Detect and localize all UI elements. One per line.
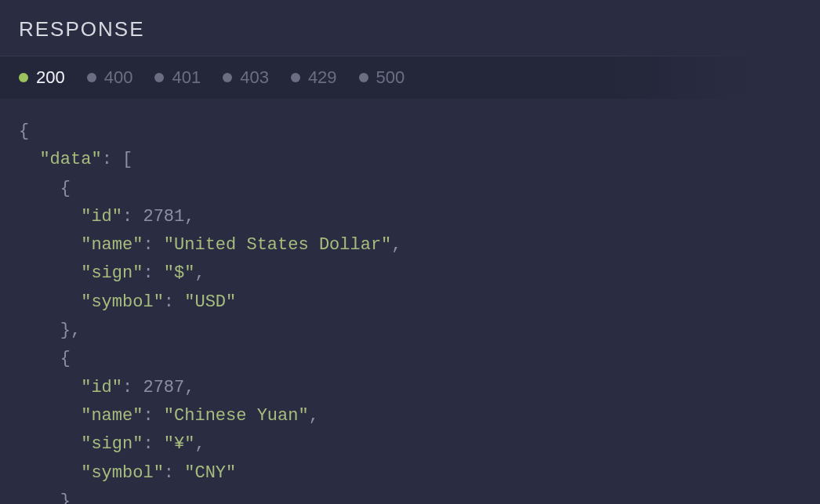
code-colon: :	[164, 463, 184, 483]
status-tab-429[interactable]: 429	[291, 67, 337, 88]
code-colon: :	[102, 150, 122, 169]
code-brace: }	[60, 491, 71, 504]
code-number: 2787	[143, 378, 184, 397]
status-tabs: 200 400 401 403 429 500	[0, 56, 820, 99]
status-tab-label: 403	[240, 67, 269, 88]
code-brace: {	[60, 179, 71, 198]
code-brace: {	[19, 121, 29, 141]
code-comma: ,	[309, 406, 319, 426]
code-string: "$"	[164, 263, 195, 283]
status-dot-icon	[19, 73, 28, 82]
code-colon: :	[122, 207, 143, 227]
status-dot-icon	[87, 73, 96, 82]
status-tab-400[interactable]: 400	[87, 67, 133, 88]
code-number: 2781	[143, 207, 184, 227]
code-colon: :	[143, 235, 163, 255]
status-tab-label: 400	[104, 67, 133, 88]
code-comma: ,	[184, 378, 194, 397]
status-tab-200[interactable]: 200	[19, 67, 65, 88]
code-string: "CNY"	[184, 463, 236, 483]
status-tab-500[interactable]: 500	[359, 67, 405, 88]
response-body[interactable]: { "data": [ { "id": 2781, "name": "Unite…	[0, 99, 820, 504]
code-colon: :	[122, 378, 143, 397]
code-string: "USD"	[184, 292, 236, 312]
status-dot-icon	[223, 73, 232, 82]
code-key: "data"	[39, 150, 101, 169]
status-dot-icon	[291, 73, 300, 82]
status-dot-icon	[359, 73, 368, 82]
code-key: "name"	[81, 406, 143, 426]
code-colon: :	[143, 263, 163, 283]
code-colon: :	[164, 292, 184, 312]
code-string: "Chinese Yuan"	[164, 406, 309, 426]
code-key: "name"	[81, 235, 143, 255]
code-comma: ,	[391, 235, 401, 255]
code-comma: ,	[71, 321, 81, 340]
code-key: "symbol"	[81, 292, 164, 312]
status-tab-403[interactable]: 403	[223, 67, 269, 88]
status-tab-label: 500	[376, 67, 405, 88]
code-key: "id"	[81, 207, 122, 227]
response-header: RESPONSE	[0, 0, 820, 56]
code-comma: ,	[184, 207, 194, 227]
code-key: "id"	[81, 378, 122, 397]
code-key: "symbol"	[81, 463, 164, 483]
status-tab-label: 429	[308, 67, 337, 88]
code-brace: {	[60, 349, 71, 368]
code-colon: :	[143, 406, 163, 426]
code-key: "sign"	[81, 263, 143, 283]
status-tab-label: 401	[172, 67, 201, 88]
code-key: "sign"	[81, 434, 143, 454]
code-colon: :	[143, 434, 163, 454]
code-comma: ,	[194, 263, 205, 283]
code-string: "¥"	[164, 434, 195, 454]
page-title: RESPONSE	[19, 17, 801, 42]
code-comma: ,	[194, 434, 205, 454]
status-tab-401[interactable]: 401	[154, 67, 201, 88]
code-bracket: [	[122, 150, 132, 169]
status-dot-icon	[154, 73, 164, 82]
code-brace: }	[60, 321, 71, 340]
status-tab-label: 200	[36, 67, 65, 88]
code-string: "United States Dollar"	[164, 235, 391, 255]
